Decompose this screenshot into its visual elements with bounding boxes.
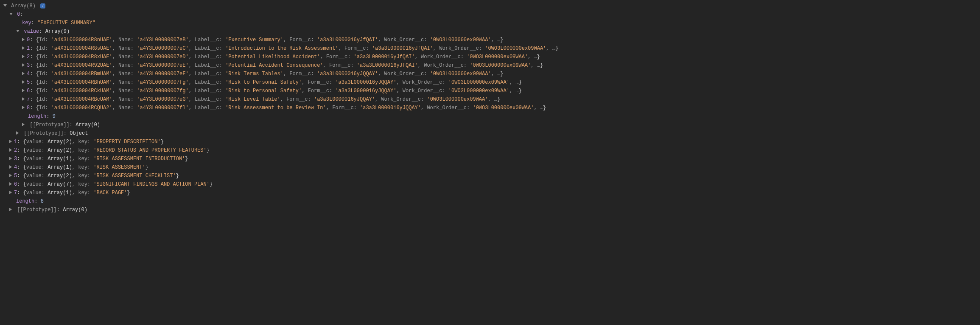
caret-right-icon[interactable]: [16, 131, 19, 135]
obj-key-line[interactable]: key: "EXECUTIVE SUMMARY": [3, 19, 977, 27]
length-label: length: [16, 198, 34, 204]
caret-right-icon[interactable]: [9, 191, 12, 194]
caret-right-icon[interactable]: [22, 55, 25, 58]
caret-right-icon[interactable]: [22, 72, 25, 75]
caret-right-icon[interactable]: [22, 80, 25, 84]
proto-value: Array(0): [63, 207, 87, 213]
array-index-collapsed[interactable]: 7: {value: Array(1), key: 'BACK PAGE'}: [3, 189, 977, 197]
array-type: Array(9): [45, 28, 70, 34]
length-line[interactable]: length: 9: [3, 112, 977, 121]
caret-right-icon[interactable]: [22, 46, 25, 50]
array-label: Array(8): [11, 3, 36, 9]
caret-down-icon[interactable]: [9, 13, 13, 15]
length-value: 8: [41, 198, 44, 204]
caret-right-icon[interactable]: [22, 38, 25, 41]
obj-value-line[interactable]: value: Array(9): [3, 27, 977, 36]
outer-length-line[interactable]: length: 8: [3, 197, 977, 206]
caret-right-icon[interactable]: [9, 157, 12, 160]
caret-right-icon[interactable]: [22, 97, 25, 101]
value-array-row[interactable]: 0: {Id: 'a4X3L0000004R8nUAE', Name: 'a4Y…: [3, 36, 977, 44]
prop-key: key: [22, 20, 31, 26]
caret-right-icon[interactable]: [9, 165, 12, 169]
proto-label: [[Prototype]]: [30, 122, 70, 128]
outer-prototype[interactable]: [[Prototype]]: Array(0): [3, 206, 977, 214]
value-array-row[interactable]: 7: {Id: 'a4X3L0000004RBcUAM', Name: 'a4Y…: [3, 95, 977, 104]
proto-label: [[Prototype]]: [24, 130, 64, 136]
caret-right-icon[interactable]: [22, 89, 25, 92]
prototype-inner[interactable]: [[Prototype]]: Array(0): [3, 121, 977, 129]
array-index-0[interactable]: 0:: [3, 10, 977, 19]
value-array-row[interactable]: 5: {Id: 'a4X3L0000004RBhUAM', Name: 'a4Y…: [3, 78, 977, 87]
root-array[interactable]: Array(8) i: [3, 2, 977, 10]
caret-right-icon[interactable]: [9, 140, 12, 143]
value-array-row[interactable]: 6: {Id: 'a4X3L0000004RCkUAM', Name: 'a4Y…: [3, 87, 977, 95]
value-array-row[interactable]: 8: {Id: 'a4X3L0000004RCQUA2', Name: 'a4Y…: [3, 104, 977, 112]
prop-value: "EXECUTIVE SUMMARY": [37, 20, 95, 26]
array-index-collapsed[interactable]: 5: {value: Array(2), key: 'RISK ASSESSME…: [3, 172, 977, 180]
caret-right-icon[interactable]: [22, 106, 25, 109]
array-index-collapsed[interactable]: 4: {value: Array(1), key: 'RISK ASSESSME…: [3, 163, 977, 172]
array-index-collapsed[interactable]: 1: {value: Array(2), key: 'PROPERTY DESC…: [3, 138, 977, 146]
proto-value: Array(0): [76, 122, 100, 128]
caret-down-icon[interactable]: [16, 30, 20, 32]
length-value: 9: [53, 113, 56, 119]
caret-down-icon[interactable]: [3, 4, 7, 7]
value-array-row[interactable]: 3: {Id: 'a4X3L0000004R92UAE', Name: 'a4Y…: [3, 61, 977, 70]
caret-right-icon[interactable]: [9, 174, 12, 177]
caret-right-icon[interactable]: [22, 63, 25, 67]
value-array-row[interactable]: 2: {Id: 'a4X3L0000004R8xUAE', Name: 'a4Y…: [3, 53, 977, 61]
caret-right-icon[interactable]: [22, 123, 25, 126]
caret-right-icon[interactable]: [9, 208, 12, 211]
proto-value: Object: [70, 130, 88, 136]
prop-key: value: [24, 28, 39, 34]
caret-right-icon[interactable]: [9, 148, 12, 152]
colon: :: [20, 11, 23, 17]
value-array-row[interactable]: 4: {Id: 'a4X3L0000004RBmUAM', Name: 'a4Y…: [3, 70, 977, 78]
proto-label: [[Prototype]]: [17, 207, 57, 213]
caret-right-icon[interactable]: [9, 182, 12, 186]
info-icon[interactable]: i: [40, 3, 45, 8]
array-index-collapsed[interactable]: 3: {value: Array(1), key: 'RISK ASSESSME…: [3, 155, 977, 163]
array-index-collapsed[interactable]: 2: {value: Array(2), key: 'RECORD STATUS…: [3, 146, 977, 155]
array-index-collapsed[interactable]: 6: {value: Array(7), key: 'SIGNIFICANT F…: [3, 180, 977, 189]
value-array-row[interactable]: 1: {Id: 'a4X3L0000004R8sUAE', Name: 'a4Y…: [3, 44, 977, 53]
length-label: length: [28, 113, 46, 119]
prototype-outer[interactable]: [[Prototype]]: Object: [3, 129, 977, 138]
